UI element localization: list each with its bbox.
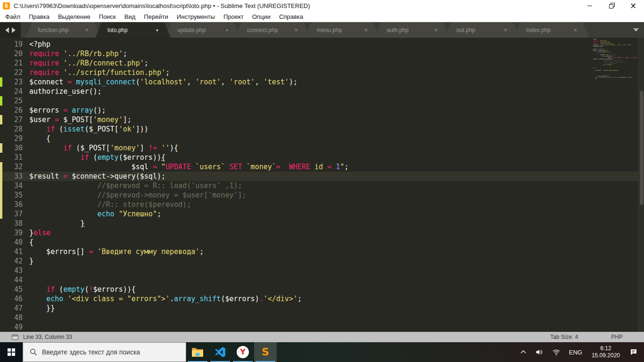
tab-overflow-button[interactable]	[628, 22, 644, 38]
code-line[interactable]: 34 //$perevod = R:: load('users' ,1);	[0, 181, 644, 190]
syntax-indicator[interactable]: PHP	[611, 334, 623, 340]
tab-function.php[interactable]: function.php×	[25, 22, 101, 38]
close-tab-icon[interactable]: ×	[85, 26, 89, 33]
date: 15.09.2020	[592, 352, 620, 359]
tab-label: auth.php	[387, 27, 431, 33]
restore-button[interactable]	[601, 0, 622, 11]
menu-item[interactable]: Поиск	[95, 13, 120, 20]
code-line[interactable]: 25	[0, 96, 644, 106]
code-line[interactable]: 30 if ($_POST['money'] != ''){	[0, 143, 644, 153]
tab-update.php[interactable]: update.php●	[165, 22, 240, 38]
code-line[interactable]: 41 $errors[] = 'Введите сумму перевода';	[0, 247, 644, 256]
chevron-down-icon	[633, 28, 639, 32]
menu-item[interactable]: Справка	[275, 13, 307, 20]
code-line[interactable]: 33$result = $connect->query($sql);	[0, 172, 644, 181]
code-line[interactable]: 29 {	[0, 134, 644, 143]
taskbar-yandex-browser[interactable]: Y	[231, 342, 254, 362]
taskbar-vscode[interactable]	[209, 342, 231, 362]
menu-item[interactable]: Вид	[120, 13, 140, 20]
taskbar-sublime-text[interactable]: S	[254, 342, 277, 362]
clock[interactable]: 6:12 15.09.2020	[587, 342, 624, 362]
tab-index.php[interactable]: index.php×	[514, 22, 589, 38]
tab-menu.php[interactable]: menu.php×	[305, 22, 380, 38]
menu-item[interactable]: Инструменты	[173, 13, 219, 20]
line-number: 46	[2, 294, 23, 304]
menu-item[interactable]: Выделение	[54, 13, 95, 20]
line-number: 21	[2, 58, 23, 68]
code-line[interactable]: 22require '../script/function.php';	[0, 68, 644, 77]
taskbar-search[interactable]	[23, 342, 186, 362]
prev-tab-icon[interactable]	[5, 27, 9, 33]
menu-item[interactable]: Проект	[219, 13, 248, 20]
start-button[interactable]	[0, 342, 23, 362]
code-line[interactable]: 19<?php	[0, 40, 644, 49]
tab-out.php[interactable]: out.php×	[444, 22, 520, 38]
volume-button[interactable]	[532, 342, 547, 362]
code-line[interactable]: 36 //R:: store($perevod);	[0, 200, 644, 209]
wifi-icon	[552, 348, 561, 356]
close-tab-icon[interactable]: ×	[364, 26, 368, 33]
code-area[interactable]: 19<?php20require '../RB/rb.php';21requir…	[0, 40, 644, 332]
code-line[interactable]: 26$errors = array();	[0, 106, 644, 115]
close-tab-icon[interactable]: ×	[294, 26, 298, 33]
editor[interactable]: 19<?php20require '../RB/rb.php';21requir…	[0, 38, 644, 332]
code-line[interactable]: 23$connect = mysqli_connect('localhost',…	[0, 77, 644, 87]
code-line[interactable]: 39}else	[0, 228, 644, 238]
line-text: $errors = array();	[29, 106, 106, 115]
code-line[interactable]: 43	[0, 266, 644, 275]
language-indicator[interactable]: ENG	[566, 342, 586, 362]
search-input[interactable]	[42, 348, 174, 356]
code-line[interactable]: 31 if (empty($errors)){	[0, 153, 644, 162]
close-button[interactable]: ×	[622, 0, 644, 11]
scrollbar[interactable]	[638, 38, 644, 332]
code-line[interactable]: 35 //$perevod->money = $user['money'];	[0, 190, 644, 200]
action-center-button[interactable]	[626, 342, 641, 362]
code-line[interactable]: 20require '../RB/rb.php';	[0, 49, 644, 58]
line-number: 22	[2, 68, 23, 77]
code-line[interactable]: 48	[0, 313, 644, 322]
line-text: $user = $_POST['money'];	[29, 115, 132, 124]
tab-auth.php[interactable]: auth.php×	[374, 22, 450, 38]
network-button[interactable]	[549, 342, 564, 362]
code-line[interactable]: 47 }}	[0, 304, 644, 313]
close-tab-icon[interactable]: ×	[504, 26, 507, 33]
line-text: $result = $connect->query($sql);	[29, 172, 165, 181]
close-tab-icon[interactable]: ×	[434, 26, 438, 33]
taskbar-file-explorer[interactable]	[186, 342, 209, 362]
line-number: 43	[2, 266, 23, 275]
code-line[interactable]: 40{	[0, 238, 644, 247]
cursor-position: Line 33, Column 33	[23, 334, 72, 340]
tray-expand-button[interactable]	[517, 342, 530, 362]
menu-item[interactable]: Файл	[1, 13, 25, 20]
next-tab-icon[interactable]	[12, 27, 16, 33]
code-line[interactable]: 24authorize_user();	[0, 87, 644, 96]
tab-size-indicator[interactable]: Tab Size: 4	[550, 334, 578, 340]
line-text: //$perevod = R:: load('users' ,1);	[29, 181, 242, 190]
minimize-button[interactable]	[579, 0, 601, 11]
code-line[interactable]: 32 $sql = "UPDATE `users` SET `money`= W…	[0, 162, 644, 172]
sublime-logo-icon: S	[3, 2, 10, 9]
code-line[interactable]: 38 }	[0, 219, 644, 228]
dirty-dot-icon: ●	[226, 28, 228, 33]
close-tab-icon[interactable]: ×	[573, 26, 577, 33]
scrollbar-thumb[interactable]	[640, 90, 644, 205]
code-line[interactable]: 45 if (empty(!$errors)){	[0, 285, 644, 294]
code-line[interactable]: 28 if (isset($_POST['ok']))	[0, 124, 644, 134]
code-line[interactable]: 49	[0, 322, 644, 332]
tab-loto.php[interactable]: loto.php●	[95, 22, 171, 38]
tab-connect.php[interactable]: connect.php×	[235, 22, 310, 38]
line-text: <?php	[29, 40, 50, 49]
code-line[interactable]: 37 echo "Успешно";	[0, 209, 644, 219]
code-line[interactable]: 46 echo '<div class = "errors">'.array_s…	[0, 294, 644, 304]
code-line[interactable]: 44	[0, 275, 644, 285]
menu-item[interactable]: Правка	[25, 13, 54, 20]
code-line[interactable]: 42}	[0, 256, 644, 266]
panel-toggle-icon[interactable]	[12, 335, 18, 340]
title-bar: S C:\Users\79963\Downloads\openserver\do…	[0, 0, 644, 11]
tab-label: loto.php	[107, 27, 153, 33]
code-line[interactable]: 27$user = $_POST['money'];	[0, 115, 644, 124]
menu-item[interactable]: Перейти	[140, 13, 173, 20]
line-text: if (empty($errors)){	[29, 153, 165, 162]
menu-item[interactable]: Опции	[248, 13, 275, 20]
code-line[interactable]: 21require '../RB/connect.php';	[0, 58, 644, 68]
